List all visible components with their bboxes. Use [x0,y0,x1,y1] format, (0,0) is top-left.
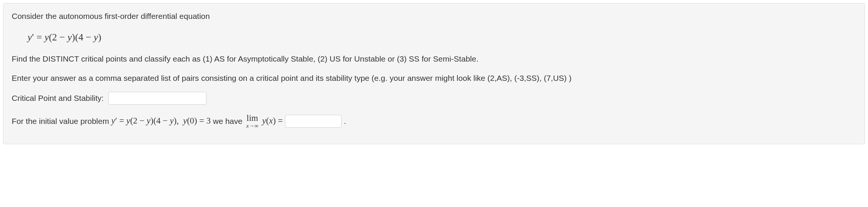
limit-value-input[interactable] [285,115,342,128]
limit-expression: lim x→∞ [246,114,258,129]
trailing-period: . [344,115,346,127]
limit-top: lim [246,114,258,122]
problem-container: Consider the autonomous first-order diff… [3,3,865,144]
ivp-row: For the initial value problem y′ = y(2 −… [12,114,856,129]
ivp-after-limit: y(x) = [262,114,283,128]
ivp-mid-text: we have [213,115,242,127]
intro-text: Consider the autonomous first-order diff… [12,10,856,22]
instruction-format: Enter your answer as a comma separated l… [12,72,856,84]
critical-point-row: Critical Point and Stability: [12,92,856,105]
critical-point-input[interactable] [108,92,206,105]
ivp-equation: y′ = y(2 − y)(4 − y), y(0) = 3 [111,114,211,128]
main-equation: y′ = y(2 − y)(4 − y) [28,30,856,45]
critical-point-label: Critical Point and Stability: [12,92,104,104]
ivp-prefix: For the initial value problem [12,115,109,127]
instruction-classify: Find the DISTINCT critical points and cl… [12,53,856,65]
limit-bottom: x→∞ [246,123,258,129]
